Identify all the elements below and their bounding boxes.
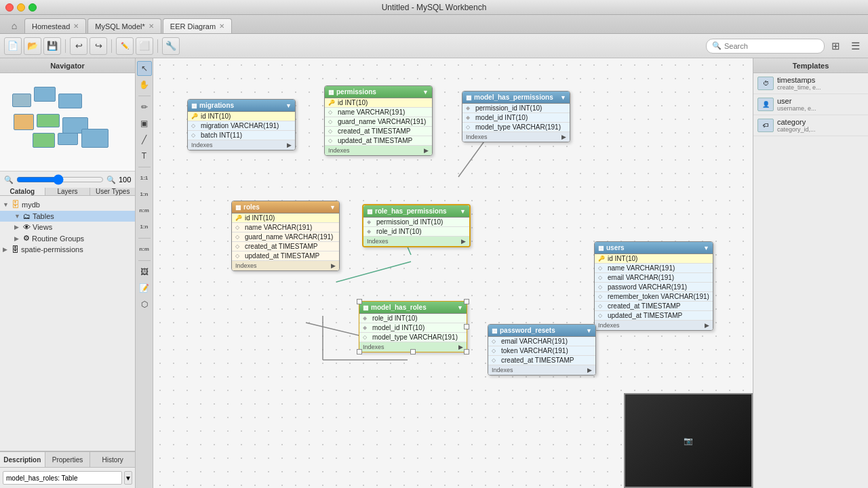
note-tool-button[interactable]: 📝 xyxy=(137,281,152,296)
history-tab[interactable]: History xyxy=(90,452,135,467)
spatie-expand-icon[interactable]: ▶ xyxy=(3,246,9,253)
hand-tool-button[interactable]: ✋ xyxy=(137,77,152,92)
table-users[interactable]: ▦ users ▼ 🔑 id INT(10) ◇ name VARCHAR(19… xyxy=(594,241,713,331)
save-file-button[interactable]: 💾 xyxy=(43,37,61,55)
resize-handle-bl[interactable] xyxy=(357,349,362,354)
text-tool-button[interactable]: T xyxy=(137,148,152,163)
open-file-button[interactable]: 📂 xyxy=(24,37,41,55)
tree-item-routine-groups[interactable]: ▶ ⚙ Routine Groups xyxy=(0,232,135,244)
roles-indexes[interactable]: Indexes ▶ xyxy=(232,261,339,270)
image-tool-button[interactable]: 🖼 xyxy=(137,264,152,279)
template-items-list: ⏱ timestamps create_time, e... 👤 user us… xyxy=(753,73,868,136)
mhp-indexes[interactable]: Indexes ▶ xyxy=(462,132,570,142)
tool-a-button[interactable]: ✏️ xyxy=(116,37,134,55)
migrations-indexes-expand[interactable]: ▶ xyxy=(287,142,292,148)
tab-eer-diagram-label: EER Diagram xyxy=(170,22,216,30)
resize-handle-br[interactable] xyxy=(464,349,469,354)
tree-item-mydb[interactable]: ▼ 🗄 mydb xyxy=(0,199,135,211)
redo-button[interactable]: ↪ xyxy=(90,37,107,55)
rel-1n2-button[interactable]: 1:n xyxy=(137,220,152,235)
tree-item-views[interactable]: ▶ 👁 Views xyxy=(0,222,135,232)
zoom-slider[interactable] xyxy=(16,174,104,185)
tool-c-button[interactable]: 🔧 xyxy=(162,37,180,55)
migrations-row-1: ◇ migration VARCHAR(191) xyxy=(188,121,295,131)
minimize-window-button[interactable] xyxy=(17,3,25,12)
table-migrations-header: ▦ migrations ▼ xyxy=(188,100,295,112)
tab-eer-diagram-close[interactable]: ✕ xyxy=(219,22,224,30)
table-users-header: ▦ users ▼ xyxy=(595,242,713,254)
template-item-user[interactable]: 👤 user username, e... xyxy=(753,94,868,115)
permissions-indexes-expand[interactable]: ▶ xyxy=(424,147,429,154)
tree-item-spatie[interactable]: ▶ 🗄 spatie-permissions xyxy=(0,244,135,255)
sidebar: Navigator 🔍 🔍 100 xyxy=(0,58,136,488)
user-types-tab[interactable]: User Types xyxy=(90,188,135,195)
zoom-tool-button[interactable]: ▣ xyxy=(137,116,152,131)
rel-nm-button[interactable]: n:m xyxy=(137,203,152,218)
routine-groups-expand-icon[interactable]: ▶ xyxy=(14,235,21,242)
tree-item-tables[interactable]: ▼ 🗂 Tables xyxy=(0,211,135,222)
home-button[interactable]: ⌂ xyxy=(5,18,23,33)
template-item-category[interactable]: 🏷 category category_id,... xyxy=(753,115,868,136)
table-migrations-expand[interactable]: ▼ xyxy=(285,102,292,109)
users-indexes[interactable]: Indexes ▶ xyxy=(595,321,713,330)
properties-tab[interactable]: Properties xyxy=(45,452,91,467)
list-view-button[interactable]: ☰ xyxy=(846,37,864,55)
description-input[interactable] xyxy=(3,471,122,485)
template-user-name: user xyxy=(777,97,816,105)
tab-eer-diagram[interactable]: EER Diagram ✕ xyxy=(163,18,232,33)
zoom-out-icon[interactable]: 🔍 xyxy=(4,176,14,184)
resize-handle-tl[interactable] xyxy=(357,299,362,304)
users-row-3: ◇ password VARCHAR(191) xyxy=(595,283,713,292)
zoom-in-icon[interactable]: 🔍 xyxy=(106,176,116,184)
eraser-tool-button[interactable]: ✏ xyxy=(137,100,152,115)
table-migrations[interactable]: ▦ migrations ▼ 🔑 id INT(10) ◇ migration … xyxy=(187,99,296,150)
resize-handle-mr[interactable] xyxy=(464,324,469,329)
new-file-button[interactable]: 📄 xyxy=(4,37,22,55)
table-password-resets[interactable]: ▦ password_resets ▼ ◇ email VARCHAR(191)… xyxy=(488,324,596,375)
rel-special-button[interactable]: n:m xyxy=(137,242,152,257)
rel-1n-button[interactable]: 1:1 xyxy=(137,171,152,186)
migrations-indexes[interactable]: Indexes ▶ xyxy=(188,140,295,150)
search-input[interactable] xyxy=(724,42,818,50)
tab-mysql-model-close[interactable]: ✕ xyxy=(149,22,154,30)
grid-view-button[interactable]: ⊞ xyxy=(827,37,844,55)
mydb-expand-icon[interactable]: ▼ xyxy=(3,201,9,208)
tab-homestead[interactable]: Homestead ✕ xyxy=(24,18,86,33)
rel-11-button[interactable]: 1:n xyxy=(137,187,152,202)
schema-tool-button[interactable]: ⬡ xyxy=(137,297,152,312)
select-tool-button[interactable]: ↖ xyxy=(137,61,152,76)
table-model-has-permissions[interactable]: ▦ model_has_permissions ▼ ◆ permission_i… xyxy=(462,91,570,142)
table-model-has-roles[interactable]: ▦ model_has_roles ▼ ◆ role_id INT(10) ◆ … xyxy=(359,301,467,352)
pr-indexes[interactable]: Indexes ▶ xyxy=(488,365,595,375)
canvas-area[interactable]: ▦ migrations ▼ 🔑 id INT(10) ◇ migration … xyxy=(153,58,753,488)
table-permissions-title: permissions xyxy=(336,88,376,96)
resize-handle-bm[interactable] xyxy=(410,349,416,354)
tool-b-button[interactable]: ⬜ xyxy=(136,37,153,55)
tab-homestead-close[interactable]: ✕ xyxy=(73,22,79,30)
tab-bar: ⌂ Homestead ✕ MySQL Model* ✕ EER Diagram… xyxy=(0,15,868,34)
close-window-button[interactable] xyxy=(5,3,14,12)
table-roles-body: 🔑 id INT(10) ◇ name VARCHAR(191) ◇ guard… xyxy=(232,214,339,261)
table-roles[interactable]: ▦ roles ▼ 🔑 id INT(10) ◇ name VARCHAR(19… xyxy=(231,201,340,271)
views-expand-icon[interactable]: ▶ xyxy=(14,224,21,230)
pk-icon: 🔑 xyxy=(328,100,335,106)
table-role-has-permissions[interactable]: ▦ role_has_permissions ▼ ◆ permission_id… xyxy=(362,204,471,247)
rhp-indexes[interactable]: Indexes ▶ xyxy=(363,237,469,246)
line-tool-button[interactable]: ╱ xyxy=(137,132,152,147)
undo-button[interactable]: ↩ xyxy=(70,37,87,55)
layers-tab[interactable]: Layers xyxy=(45,188,91,195)
template-item-timestamps[interactable]: ⏱ timestamps create_time, e... xyxy=(753,73,868,94)
maximize-window-button[interactable] xyxy=(28,3,37,12)
tab-homestead-label: Homestead xyxy=(32,22,70,30)
permissions-indexes[interactable]: Indexes ▶ xyxy=(325,146,432,155)
search-box[interactable]: 🔍 xyxy=(706,39,825,54)
catalog-tab[interactable]: Catalog xyxy=(0,188,45,195)
description-tab[interactable]: Description xyxy=(0,452,45,467)
resize-handle-tr[interactable] xyxy=(464,299,469,304)
tables-expand-icon[interactable]: ▼ xyxy=(14,213,21,220)
description-dropdown-button[interactable]: ▼ xyxy=(124,471,132,485)
table-permissions[interactable]: ▦ permissions ▼ 🔑 id INT(10) ◇ name VARC… xyxy=(324,85,433,156)
tab-mysql-model[interactable]: MySQL Model* ✕ xyxy=(87,18,161,33)
table-permissions-body: 🔑 id INT(10) ◇ name VARCHAR(191) ◇ guard… xyxy=(325,98,432,146)
table-permissions-expand[interactable]: ▼ xyxy=(422,89,429,96)
